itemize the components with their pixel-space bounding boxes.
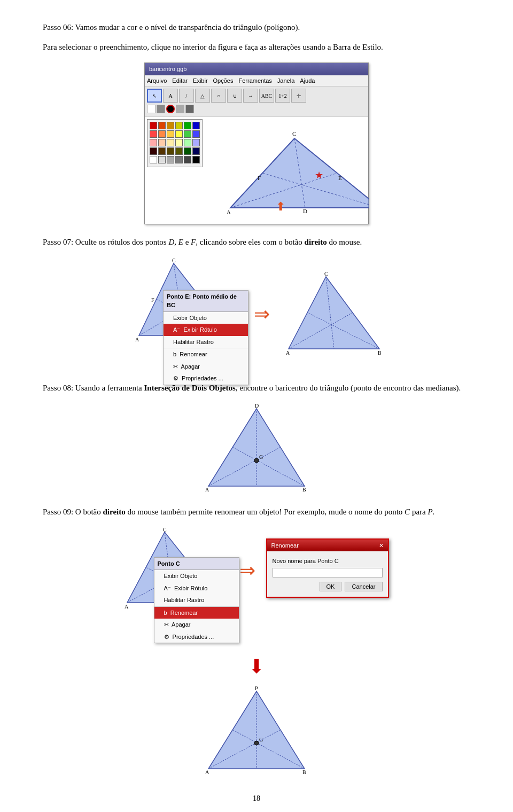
dialog-buttons: OK Cancelar xyxy=(273,582,383,591)
svg-text:G: G xyxy=(259,737,263,743)
toolbar-line[interactable]: / xyxy=(179,89,194,103)
arrow-right-2: ⇒ xyxy=(239,561,255,580)
page-content: Passo 06: Vamos mudar a cor e o nível de… xyxy=(43,21,470,804)
step8-diagram: G D A B xyxy=(43,403,470,494)
step7-diagram: C D E F A B Ponto E: Ponto médio de BC E… xyxy=(43,258,470,370)
triangle-svg-6: G P A B xyxy=(203,686,310,777)
arrow-right-1: ⇒ xyxy=(254,304,270,324)
step8-text: Passo 08: Usando a ferramenta Interseção… xyxy=(43,382,470,394)
triangle-svg-4: G D A B xyxy=(203,403,310,494)
arrow-container-2: ⇒ xyxy=(239,528,255,613)
toolbar-b4[interactable] xyxy=(176,105,184,113)
svg-text:B: B xyxy=(302,769,306,775)
step9-right: Renomear ✕ Novo nome para Ponto C OK Can… xyxy=(266,528,389,598)
svg-text:B: B xyxy=(378,350,382,356)
svg-text:A: A xyxy=(135,337,139,342)
dialog-ok-button[interactable]: OK xyxy=(320,582,342,591)
context-menu-item-props: ⚙ Propriedades ... xyxy=(164,372,248,385)
toolbar-conic[interactable]: ∪ xyxy=(227,89,242,103)
svg-text:⬆: ⬆ xyxy=(276,200,285,213)
geogebra-menubar: Arquivo Editar Exibir Opções Ferramentas… xyxy=(145,75,368,87)
geogebra-toolbar: ↖ A / △ ○ ∪ → ABC 1+2 ✛ xyxy=(145,87,368,117)
toolbar-abc[interactable]: ABC xyxy=(259,89,274,103)
cm2-rastro: Habilitar Rastro xyxy=(154,594,239,606)
cm2-show: Exibir Objeto xyxy=(154,570,239,582)
dialog-cancel-button[interactable]: Cancelar xyxy=(345,582,382,591)
toolbar-num[interactable]: 1+2 xyxy=(275,89,290,103)
context-menu-item-label: A⁻ Exibir Rótulo xyxy=(164,324,248,336)
svg-text:D: D xyxy=(255,403,259,409)
svg-text:A: A xyxy=(286,350,290,356)
svg-marker-22 xyxy=(289,277,379,349)
step7-text: Passo 07: Oculte os rótulos dos pontos D… xyxy=(43,236,470,248)
toolbar-point[interactable]: A xyxy=(163,89,178,103)
cm2-rename: b Renomear xyxy=(154,606,239,619)
geogebra-screenshot: baricentro.ggb Arquivo Editar Exibir Opç… xyxy=(43,63,470,224)
geogebra-window: baricentro.ggb Arquivo Editar Exibir Opç… xyxy=(144,63,369,224)
context-menu-title-1: Ponto E: Ponto médio de BC xyxy=(164,291,248,312)
cm2-props: ⚙ Propriedades ... xyxy=(154,631,239,643)
toolbar-select[interactable]: ↖ xyxy=(147,89,162,103)
svg-text:C: C xyxy=(172,258,176,263)
toolbar-b1[interactable] xyxy=(147,105,156,113)
page-number: 18 xyxy=(43,793,470,804)
geogebra-canvas: C D E F A B ★ ⬆ xyxy=(145,117,368,224)
svg-text:C: C xyxy=(292,130,296,137)
rename-dialog: Renomear ✕ Novo nome para Ponto C OK Can… xyxy=(266,538,389,598)
toolbar-polygon[interactable]: △ xyxy=(195,89,210,103)
svg-text:E: E xyxy=(338,175,342,181)
svg-text:B: B xyxy=(302,487,306,493)
step7-left: C D E F A B Ponto E: Ponto médio de BC E… xyxy=(131,258,238,370)
svg-text:C: C xyxy=(163,528,167,533)
toolbar-b5[interactable] xyxy=(185,105,194,113)
svg-text:F: F xyxy=(258,175,261,181)
toolbar-arrow[interactable]: → xyxy=(243,89,258,103)
arrow-down-1: ⬇ xyxy=(43,657,470,676)
step9-text: Passo 09: O botão direito do mouse també… xyxy=(43,506,470,518)
step6b-text: Para selecionar o preenchimento, clique … xyxy=(43,41,470,53)
triangle-svg-1: C D E F A B ★ ⬆ xyxy=(145,117,369,224)
dialog-body: Novo nome para Ponto C OK Cancelar xyxy=(267,551,388,597)
svg-point-49 xyxy=(254,741,259,745)
svg-text:G: G xyxy=(259,454,263,460)
context-menu-item-rastro: Habilitar Rastro xyxy=(164,336,248,348)
svg-point-33 xyxy=(254,458,259,463)
dialog-label: Novo nome para Ponto C xyxy=(273,557,383,566)
svg-text:C: C xyxy=(324,271,328,277)
step9-left: C A B Ponto C Exibir Objeto A⁻ Exibir Ró… xyxy=(125,528,229,645)
dialog-close-icon[interactable]: ✕ xyxy=(379,541,384,550)
dialog-title: Renomear ✕ xyxy=(267,540,388,552)
geogebra-titlebar: baricentro.ggb xyxy=(145,63,368,75)
context-menu-item-show: Exibir Objeto xyxy=(164,312,248,324)
context-menu-title-2: Ponto C xyxy=(154,558,239,571)
step9-result-diagram: G P A B xyxy=(43,686,470,777)
context-menu-item-rename: b Renomear xyxy=(164,348,248,361)
svg-text:P: P xyxy=(255,686,258,691)
svg-text:A: A xyxy=(205,769,209,775)
toolbar-b3[interactable] xyxy=(166,105,175,113)
context-menu-item-delete: ✂ Apagar xyxy=(164,361,248,373)
step6-text: Passo 06: Vamos mudar a cor e o nível de… xyxy=(43,21,470,34)
svg-text:A: A xyxy=(125,604,129,610)
svg-text:★: ★ xyxy=(315,170,323,181)
svg-text:A: A xyxy=(227,209,231,215)
cm2-delete: ✂ Apagar xyxy=(154,619,239,631)
step9-diagram: C A B Ponto C Exibir Objeto A⁻ Exibir Ró… xyxy=(43,528,470,645)
step7-right: C A B xyxy=(286,271,382,357)
toolbar-b2[interactable] xyxy=(157,105,165,113)
triangle-svg-3: C A B xyxy=(286,271,382,357)
context-menu-1: Ponto E: Ponto médio de BC Exibir Objeto… xyxy=(163,290,248,385)
cm2-label: A⁻ Exibir Rótulo xyxy=(154,582,239,595)
toolbar-move[interactable]: ✛ xyxy=(291,89,306,103)
toolbar-circle[interactable]: ○ xyxy=(211,89,226,103)
context-menu-2: Ponto C Exibir Objeto A⁻ Exibir Rótulo H… xyxy=(154,557,239,644)
svg-text:A: A xyxy=(205,487,209,493)
dialog-input[interactable] xyxy=(273,568,383,577)
svg-text:F: F xyxy=(151,297,154,303)
svg-text:D: D xyxy=(303,208,307,214)
